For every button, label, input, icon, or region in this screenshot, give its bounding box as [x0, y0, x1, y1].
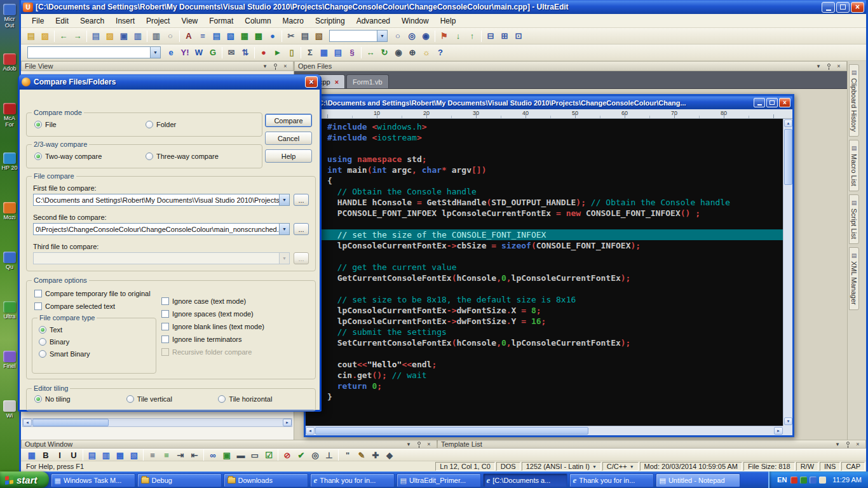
panel-close-icon[interactable]: ×	[853, 440, 862, 449]
panel-menu-icon[interactable]: ▾	[261, 62, 269, 71]
sidebar-tab-clipboard-history[interactable]: ▤Clipboard History	[849, 64, 859, 137]
volume-icon[interactable]	[819, 477, 826, 484]
file-view-hscrollbar[interactable]: ◄ ►	[22, 418, 292, 427]
table-insert-row-icon[interactable]: ▤	[85, 449, 99, 461]
window-tile-horizontal-icon[interactable]: ⊟	[484, 30, 498, 43]
google-icon[interactable]: G	[206, 46, 220, 59]
desktop-icon-adob[interactable]: Adob	[1, 53, 18, 72]
chevron-down-icon[interactable]: ▼	[592, 464, 597, 469]
checkbox-ignore-blank-lines-text-mode[interactable]: Ignore blank lines (text mode)	[161, 323, 311, 330]
radio-folder[interactable]: Folder	[146, 121, 257, 128]
html-table-icon[interactable]: ▦	[25, 449, 39, 461]
menu-window[interactable]: Window	[396, 15, 435, 27]
close-file-icon[interactable]: ▥	[131, 30, 145, 43]
mail-icon[interactable]: ✉	[224, 46, 238, 59]
ie-browser-icon[interactable]: e	[164, 46, 178, 59]
taskbar-task-thank-you-for-in[interactable]: eThank you for in...	[310, 473, 395, 487]
panel-menu-icon[interactable]: ▾	[404, 440, 413, 449]
scroll-down-icon[interactable]: ▼	[784, 417, 792, 425]
child-minimize-button[interactable]	[754, 98, 765, 107]
cancel-button[interactable]: Cancel	[265, 132, 312, 145]
minimize-button[interactable]	[822, 2, 835, 13]
radio-three-way-compare[interactable]: Three-way compare	[146, 152, 257, 160]
restore-button[interactable]	[836, 2, 850, 13]
menu-format[interactable]: Format	[203, 15, 239, 27]
taskbar-task-c-documents-a[interactable]: e[C:\Documents a...	[483, 473, 567, 487]
panel-close-icon[interactable]: ×	[281, 62, 290, 71]
yahoo-icon[interactable]: Y!	[178, 46, 192, 59]
special-characters-icon[interactable]: §	[345, 46, 359, 59]
print-icon[interactable]: ▥	[149, 30, 163, 43]
panel-close-icon[interactable]: ×	[424, 440, 433, 449]
refresh-icon[interactable]: ↻	[377, 46, 391, 59]
desktop-icon-mozi[interactable]: Mozi	[1, 202, 18, 220]
scroll-up-icon[interactable]: ▲	[784, 119, 792, 127]
menu-search[interactable]: Search	[74, 15, 110, 27]
anchor-icon[interactable]: ⊥	[322, 449, 336, 461]
first-file-combobox[interactable]: C:\Documents and Settings\Robert\My Docu…	[33, 194, 290, 206]
cut-icon[interactable]: ✂	[284, 30, 298, 43]
taskbar-task-thank-you-for-in[interactable]: eThank you for in...	[569, 473, 654, 487]
help-context-icon[interactable]: ?	[433, 46, 447, 59]
open-folder-icon[interactable]: ▨	[38, 30, 52, 43]
radio-smart-binary[interactable]: Smart Binary	[39, 350, 90, 358]
scroll-left-icon[interactable]: ◄	[23, 419, 32, 426]
underline-icon[interactable]: U	[67, 449, 81, 461]
new-document-icon[interactable]: ▤	[89, 30, 103, 43]
pin-icon[interactable]	[271, 62, 280, 71]
help-button[interactable]: Help	[265, 149, 312, 163]
taskbar-task-ultraedit-primer[interactable]: ▤UltraEdit_Primer...	[397, 473, 481, 487]
second-file-combobox[interactable]: 0\Projects\ChangeConsoleColour\ChangeCon…	[33, 223, 290, 235]
sum-column-icon[interactable]: Σ	[303, 46, 317, 59]
antivirus-icon[interactable]	[790, 477, 797, 484]
horizontal-rule-icon[interactable]: ▬	[234, 449, 248, 461]
scroll-thumb[interactable]	[315, 427, 588, 435]
radio-file[interactable]: File	[34, 121, 146, 128]
chevron-down-icon[interactable]: ▼	[630, 464, 634, 469]
radio-binary[interactable]: Binary	[39, 338, 90, 346]
pin-icon[interactable]	[414, 440, 423, 449]
chevron-down-icon[interactable]: ▼	[377, 30, 387, 41]
menu-advanced[interactable]: Advanced	[351, 15, 396, 27]
checkbox-compare-temporary-file-to-original[interactable]: Compare temporary file to original	[34, 290, 151, 297]
start-button[interactable]: start	[0, 471, 49, 488]
preview-eye-icon[interactable]: ◉	[391, 46, 405, 59]
desktop-icon-micr-out[interactable]: Micr Out	[1, 4, 18, 29]
chevron-down-icon[interactable]: ▼	[279, 224, 289, 234]
html-view-icon[interactable]: ▤	[210, 30, 224, 43]
child-restore-button[interactable]	[766, 98, 778, 107]
desktop-icon-ultra[interactable]: Ultra	[1, 301, 18, 320]
column-mode-icon[interactable]: ▦	[238, 30, 252, 43]
insert-date-icon[interactable]: ▤	[331, 46, 345, 59]
list-numbered-icon[interactable]: ≡	[159, 449, 173, 461]
sidebar-tab-xml-manager[interactable]: ▤XML Manager	[849, 247, 859, 310]
table-split-icon[interactable]: ▧	[127, 449, 141, 461]
script-view-icon[interactable]: ▧	[224, 30, 238, 43]
ftp-icon[interactable]: ⇅	[238, 46, 252, 59]
window-tile-vertical-icon[interactable]: ⊞	[498, 30, 512, 43]
bookmark-toggle-icon[interactable]: ⚑	[437, 30, 451, 43]
zoom-in-icon[interactable]: ⊕	[405, 46, 419, 59]
web-page-icon[interactable]: ●	[266, 30, 280, 43]
find-combobox[interactable]: ▼	[329, 30, 388, 42]
menu-scripting[interactable]: Scripting	[309, 15, 351, 27]
panel-menu-icon[interactable]: ▾	[814, 62, 823, 71]
radio-no-tiling[interactable]: No tiling	[34, 395, 126, 403]
child-close-button[interactable]: ×	[779, 98, 790, 107]
new-file-icon[interactable]: ▤	[24, 30, 38, 43]
tools-icon[interactable]: ✚	[369, 449, 383, 461]
nav-forward-icon[interactable]: →	[71, 30, 85, 43]
desktop-icon-mca-for[interactable]: McA For	[1, 103, 18, 128]
desktop-icon-finel[interactable]: Finel	[1, 351, 18, 369]
find-next-icon[interactable]: ◎	[405, 30, 419, 43]
radio-two-way-compare[interactable]: Two-way compare	[34, 152, 146, 160]
desktop-icon-wi[interactable]: Wi	[1, 400, 18, 419]
close-button[interactable]: ×	[851, 2, 864, 13]
desktop-icon-hp-20[interactable]: HP 20	[1, 152, 18, 171]
macro-record-icon[interactable]: ●	[257, 46, 271, 59]
font-icon[interactable]: A	[182, 30, 196, 43]
chevron-down-icon[interactable]: ▼	[150, 47, 160, 58]
bookmark-next-icon[interactable]: ↓	[451, 30, 465, 43]
document-tab-form1-vb[interactable]: Form1.vb	[346, 74, 388, 88]
compare-button[interactable]: Compare	[265, 114, 312, 127]
